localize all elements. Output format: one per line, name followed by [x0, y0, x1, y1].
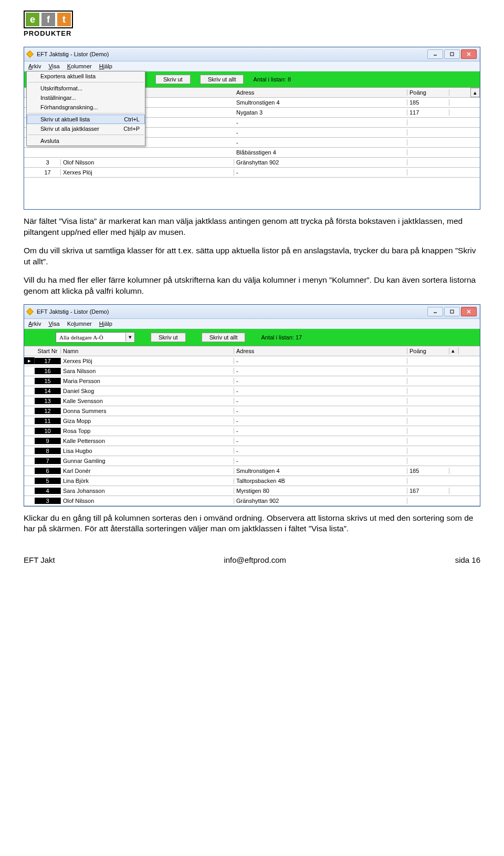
table-row[interactable]: 7Gunnar Gamling- [24, 456, 480, 466]
table-row[interactable]: 17Xerxes Plöj- [24, 168, 480, 178]
scroll-up-icon[interactable]: ▴ [449, 347, 459, 354]
menu-arkiv[interactable]: Arkiv [28, 321, 41, 327]
toolbar: ▾ Skriv ut Skriv ut allt Antal i listan:… [24, 329, 480, 346]
print-button[interactable]: Skriv ut [155, 75, 191, 84]
app-icon [26, 50, 34, 58]
footer-mid: info@eftprod.com [224, 555, 286, 564]
page-footer: EFT Jakt info@eftprod.com sida 16 [24, 555, 480, 564]
window-title: EFT Jaktstig - Listor (Demo) [37, 308, 109, 315]
table-row[interactable]: 12Donna Summers- [24, 406, 480, 416]
logo-letter-t: t [57, 13, 71, 26]
menu-kolumner[interactable]: Kolumner [67, 63, 92, 69]
table-row[interactable]: ▸17Xerxes Plöj- [24, 356, 480, 366]
print-button[interactable]: Skriv ut [151, 333, 186, 342]
table-row[interactable]: 5Lina BjörkTalltorpsbacken 4B [24, 476, 480, 486]
arkiv-dropdown: Exportera aktuell listaUtskriftsformat..… [26, 71, 145, 146]
list-count-label: Antal i listan: 8 [253, 76, 291, 82]
maximize-button[interactable] [444, 307, 460, 316]
minimize-button[interactable] [427, 49, 443, 59]
menu-item[interactable]: Skriv ut alla jaktklasserCtrl+P [27, 124, 145, 133]
app-window-1: EFT Jaktstig - Listor (Demo) Arkiv Visa … [24, 47, 480, 210]
menu-item[interactable]: Avsluta [27, 136, 145, 146]
table-row[interactable]: 9Kalle Pettersson- [24, 436, 480, 446]
menubar: Arkiv Visa Kolumner Hjälp [24, 61, 480, 71]
data-grid-2: Start NrNamnAdressPoäng▴▸17Xerxes Plöj-1… [24, 346, 480, 506]
minimize-button[interactable] [427, 307, 443, 316]
paragraph-3: Vill du ha med fler eller färre kolumner… [24, 275, 480, 297]
menu-arkiv[interactable]: Arkiv [28, 63, 41, 69]
paragraph-1: När fältet ”Visa lista” är markerat kan … [24, 216, 480, 238]
scroll-up-icon[interactable]: ▴ [470, 88, 480, 97]
print-all-button[interactable]: Skriv ut allt [200, 75, 244, 84]
table-row[interactable]: 8Lisa Hugbo- [24, 446, 480, 456]
table-row[interactable]: 6Karl DonérSmultronstigen 4185 [24, 466, 480, 476]
logo-letter-e: e [26, 13, 39, 26]
logo-letter-f: f [41, 13, 55, 26]
menu-visa[interactable]: Visa [48, 321, 59, 327]
col-namn[interactable]: Namn [61, 348, 234, 354]
maximize-button[interactable] [444, 49, 460, 59]
footer-left: EFT Jakt [24, 555, 55, 564]
col-poang[interactable]: Poäng [407, 89, 449, 96]
footer-right: sida 16 [455, 555, 480, 564]
table-row[interactable]: 3Olof NilssonGränshyttan 902 [24, 496, 480, 506]
menu-item[interactable]: Förhandsgranskning... [27, 102, 145, 112]
logo-text: PRODUKTER [24, 29, 71, 37]
paragraph-4: Klickar du en gång till på kolumnen sort… [24, 513, 480, 535]
menu-item[interactable]: Skriv ut aktuell listaCtrl+L [27, 115, 145, 124]
close-button[interactable] [461, 307, 477, 316]
grid-blank-area [24, 178, 480, 209]
table-row[interactable]: 3Olof NilssonGränshyttan 902 [24, 158, 480, 168]
table-row[interactable]: 14Daniel Skog- [24, 386, 480, 396]
col-adress[interactable]: Adress [234, 348, 407, 354]
menu-item[interactable]: Utskriftsformat... [27, 84, 145, 93]
svg-rect-1 [450, 53, 454, 56]
eft-logo: e f t PRODUKTER [24, 11, 480, 37]
app-icon [26, 308, 34, 315]
table-row[interactable]: 16Sara Nilsson- [24, 366, 480, 376]
menu-hjalp[interactable]: Hjälp [99, 63, 112, 69]
menu-hjalp[interactable]: Hjälp [99, 321, 112, 327]
menu-kolumner[interactable]: Kolumner [67, 321, 92, 327]
close-button[interactable] [461, 49, 477, 59]
table-row[interactable]: 4Sara JohanssonMyrstigen 80167 [24, 486, 480, 496]
app-window-2: EFT Jaktstig - Listor (Demo) Arkiv Visa … [24, 304, 480, 507]
paragraph-2: Om du vill skriva ut samtliga klasser fö… [24, 245, 480, 267]
col-adress[interactable]: Adress [234, 89, 407, 96]
menu-item[interactable]: Inställningar... [27, 93, 145, 102]
logo-boxes: e f t [24, 11, 73, 28]
chevron-down-icon[interactable]: ▾ [125, 333, 134, 342]
menu-item[interactable]: Exportera aktuell lista [27, 71, 145, 81]
list-select-input[interactable] [56, 333, 125, 342]
col-poang[interactable]: Poäng [407, 348, 449, 354]
list-select[interactable]: ▾ [56, 332, 135, 343]
table-row[interactable]: 10Rosa Topp- [24, 426, 480, 436]
col-startnr[interactable]: Start Nr [35, 348, 61, 354]
titlebar: EFT Jaktstig - Listor (Demo) [24, 305, 480, 319]
table-row[interactable]: 13Kalle Svensson- [24, 396, 480, 406]
list-count-label: Antal i listan: 17 [261, 334, 302, 341]
window-title: EFT Jaktstig - Listor (Demo) [37, 51, 109, 57]
menubar: Arkiv Visa Kolumner Hjälp [24, 319, 480, 329]
titlebar: EFT Jaktstig - Listor (Demo) [24, 47, 480, 61]
print-all-button[interactable]: Skriv ut allt [202, 333, 246, 342]
table-row[interactable]: 15Maria Persson- [24, 376, 480, 386]
table-row[interactable]: 11Giza Mopp- [24, 416, 480, 426]
svg-rect-5 [450, 310, 454, 313]
menu-visa[interactable]: Visa [48, 63, 59, 69]
table-row[interactable]: Blåbärsstigen 4 [24, 148, 480, 158]
